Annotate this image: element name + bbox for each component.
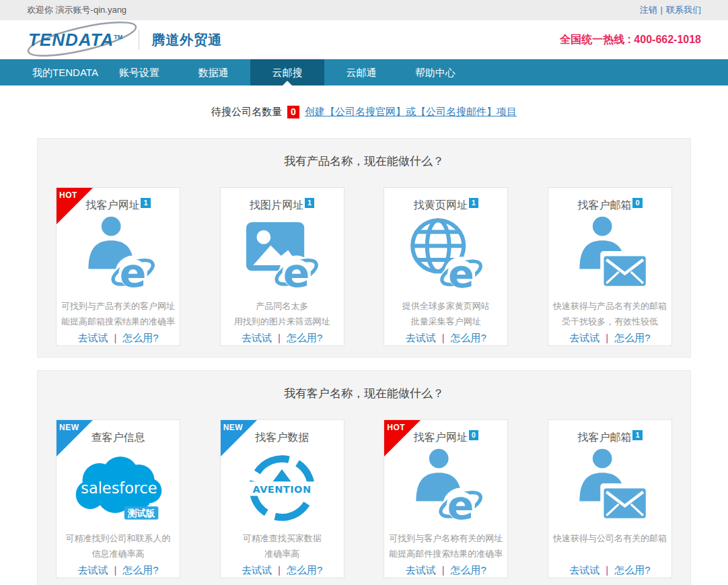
how-to-link[interactable]: 怎么用? [122,564,158,576]
how-to-link[interactable]: 怎么用? [287,332,322,343]
how-to-link[interactable]: 怎么用? [451,564,486,576]
person-browser-icon [384,446,507,530]
card-links: 去试试|怎么用? [384,564,507,577]
new-ribbon: NEW [57,420,93,456]
salesforce-logo-icon: salesforce 测试版 [57,446,180,530]
logo-text: TENDATA [28,30,114,50]
welcome-text: 欢迎你 演示账号-qin.yang [27,4,126,16]
nav-item-cloud-mail-search[interactable]: 云邮搜 [250,59,324,85]
card-links: 去试试|怎么用? [57,332,180,345]
link-separator: | [278,332,281,343]
card-check-customer-info[interactable]: NEW 查客户信息 sale [56,419,180,578]
card-desc-line2: 能提高邮箱搜索结果的准确率 [57,314,180,329]
pending-count-bar: 待搜公司名数量 0 创建【公司名搜官网】或【公司名搜邮件】项目 [0,85,728,138]
pending-count-badge: 0 [287,106,299,118]
link-separator: | [278,564,281,576]
try-link[interactable]: 去试试 [569,564,599,576]
card-desc-line2: 信息准确率高 [57,546,180,561]
nav-item-my-tendata[interactable]: 我的TENDATA [28,59,102,85]
tendata-logo: TENDATATM [27,28,129,52]
logo: TENDATATM 腾道外贸通 [27,28,222,52]
card-find-customer-email-2[interactable]: 找客户邮箱1 快速获得与公司名有关的邮箱 去试试|怎么用? [548,419,672,578]
logout-link[interactable]: 注销 [640,5,657,15]
card-desc-line1: 可精准查找买家数据 [221,530,344,546]
card-desc-line1: 快速获得与公司名有关的邮箱 [548,530,671,546]
card-desc-line2: 批量采集客户网址 [384,314,507,329]
section-title: 我有客户名称，现在能做什么？ [38,386,690,402]
how-to-link[interactable]: 怎么用? [122,332,158,343]
card-links: 去试试|怎么用? [384,332,507,345]
person-mail-icon [548,446,671,530]
card-desc-line2: 用找到的图片来筛选网址 [221,314,344,329]
card-links: 去试试|怎么用? [221,564,344,577]
how-to-link[interactable]: 怎么用? [614,332,650,343]
logo-trademark: TM [114,34,122,40]
count-badge: 1 [469,198,478,208]
card-find-image-website[interactable]: 找图片网址1 产品同名太多 用找到的图片来筛选网址 去试试|怎么用? [220,187,344,346]
count-badge: 1 [632,430,642,440]
card-desc-line1: 可找到与客户名称有关的网址 [384,530,507,546]
card-find-customer-email[interactable]: 找客户邮箱0 快速获得与产品名有关的邮箱 受干扰较多，有效性较低 去试试|怎么用… [548,187,672,346]
top-utility-bar: 欢迎你 演示账号-qin.yang 注销|联系我们 [0,0,728,20]
try-link[interactable]: 去试试 [406,564,436,576]
contact-us-link[interactable]: 联系我们 [666,5,701,15]
avention-logo-icon: AVENTION [221,446,344,530]
try-link[interactable]: 去试试 [77,332,108,343]
card-desc-line2: 准确率高 [221,546,344,561]
brand-header: TENDATATM 腾道外贸通 全国统一热线 : 400-662-1018 [0,20,728,59]
create-project-link[interactable]: 创建【公司名搜官网】或【公司名搜邮件】项目 [305,106,517,118]
try-link[interactable]: 去试试 [406,332,436,343]
salesforce-wordmark: salesforce [81,479,157,497]
section-product-name: 我有产品名称，现在能做什么？ HOT 找客户网址1 可找到与产品有关的客户网址 … [37,138,691,357]
hot-ribbon: HOT [57,188,93,224]
card-title: 找黄页网址1 [384,199,507,213]
card-find-yellowpage-website[interactable]: 找黄页网址1 提供全球多家黄页网站 批量采集客户网址 去试试|怎么用? [384,187,508,346]
person-mail-icon [548,213,671,298]
card-desc-line1: 提供全球多家黄页网站 [384,298,507,314]
card-links: 去试试|怎么用? [221,332,344,345]
person-browser-icon [57,213,180,298]
card-desc-line2 [548,546,671,561]
count-badge: 0 [469,430,478,440]
product-name: 腾道外贸通 [151,31,222,49]
try-link[interactable]: 去试试 [242,564,272,576]
pending-count-label: 待搜公司名数量 [211,106,282,118]
how-to-link[interactable]: 怎么用? [614,564,650,576]
avention-wordmark: AVENTION [253,484,312,495]
card-desc-line1: 产品同名太多 [221,298,344,314]
nav-item-cloud-mail-pass[interactable]: 云邮通 [324,59,398,85]
image-browser-icon [221,213,344,298]
try-link[interactable]: 去试试 [569,332,599,343]
how-to-link[interactable]: 怎么用? [287,564,322,576]
card-find-customer-data[interactable]: NEW 找客户数据 AVENTION 可精准查找买家数据 准确率高 去试试|怎么… [220,419,344,578]
topbar-links: 注销|联系我们 [640,4,701,16]
nav-item-data-pass[interactable]: 数据通 [176,59,250,85]
link-separator: | [606,564,608,576]
card-row: HOT 找客户网址1 可找到与产品有关的客户网址 能提高邮箱搜索结果的准确率 去… [56,187,672,346]
globe-browser-icon [384,213,507,298]
card-desc-line1: 可找到与产品有关的客户网址 [57,298,180,314]
card-find-customer-website-2[interactable]: HOT 找客户网址0 可找到与客户名称有关的网址 能提高邮件搜索结果的准确率 去… [384,419,508,578]
main-nav: 我的TENDATA 账号设置 数据通 云邮搜 云邮通 帮助中心 [0,59,728,85]
card-links: 去试试|怎么用? [548,332,671,345]
card-find-customer-website[interactable]: HOT 找客户网址1 可找到与产品有关的客户网址 能提高邮箱搜索结果的准确率 去… [56,187,180,346]
how-to-link[interactable]: 怎么用? [451,332,486,343]
nav-item-account-settings[interactable]: 账号设置 [102,59,176,85]
tendata-page: 欢迎你 演示账号-qin.yang 注销|联系我们 TENDATATM 腾道外贸… [0,0,728,585]
link-separator: | [442,564,445,576]
card-row: NEW 查客户信息 sale [56,419,672,578]
nav-item-help-center[interactable]: 帮助中心 [398,59,472,85]
card-links: 去试试|怎么用? [548,564,671,577]
link-separator: | [114,564,116,576]
count-badge: 1 [305,198,314,208]
section-customer-name: 我有客户名称，现在能做什么？ NEW 查客户信息 [37,370,691,585]
card-desc-line2: 能提高邮件搜索结果的准确率 [384,546,507,561]
link-separator: | [114,332,116,343]
logo-divider [139,30,139,50]
topbar-divider: | [661,5,663,15]
try-link[interactable]: 去试试 [242,332,272,343]
card-title: 找客户邮箱0 [548,199,671,213]
try-link[interactable]: 去试试 [77,564,108,576]
card-links: 去试试|怎么用? [57,564,180,577]
salesforce-beta-tag: 测试版 [126,508,155,518]
